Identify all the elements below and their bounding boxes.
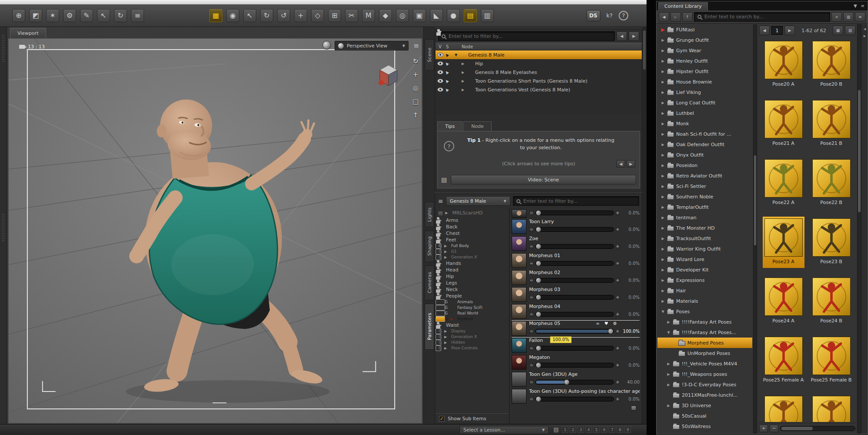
pose-item[interactable]: Pose21 A (763, 98, 804, 150)
scrollbar-thumb[interactable] (643, 30, 646, 70)
content-search-input[interactable]: Enter text to search by... (694, 12, 830, 22)
expand-arrow-icon[interactable] (438, 323, 442, 327)
visibility-eye-icon[interactable] (437, 61, 443, 66)
expand-arrow-icon[interactable] (661, 49, 665, 53)
chevron-down-icon[interactable]: ▼ (854, 3, 857, 8)
increment-button[interactable] (615, 244, 620, 249)
slider-knob[interactable] (536, 244, 541, 249)
parameter-group-row[interactable]: Legs (436, 280, 441, 286)
pane-menu-icon[interactable]: ≡ (861, 3, 865, 8)
next-page-button[interactable]: ▶ (784, 26, 795, 35)
library-folder-row[interactable]: 2011XMasFree-lunchl... (657, 390, 752, 400)
parameter-group-row[interactable]: People (436, 293, 441, 299)
library-folder-row[interactable]: Warrior King Outfit (657, 244, 752, 254)
pose-item[interactable]: Pose23 A (763, 217, 804, 268)
decrement-button[interactable] (529, 397, 534, 402)
pane-menu-icon[interactable]: ≡ (438, 197, 443, 204)
page-number-button[interactable]: 1 (562, 426, 568, 433)
pose-item[interactable]: Pose20 B (811, 39, 852, 90)
selection-cursor-icon[interactable] (445, 70, 450, 74)
decrement-button[interactable] (529, 295, 534, 300)
scene-node-row[interactable]: Genesis 8 Male Eyelashes (436, 68, 642, 77)
parameter-slider-row[interactable]: Fallon 0.0% (512, 338, 640, 354)
library-folder-row[interactable]: Grunge Outfit (657, 35, 752, 45)
increment-button[interactable] (615, 397, 620, 402)
library-folder-row[interactable]: Long Coat Outfit (657, 97, 752, 108)
new-content-icon[interactable]: ⊕ (12, 9, 25, 22)
list-view-button[interactable]: ▥ (845, 26, 855, 35)
filter-next-button[interactable]: ▶ (629, 31, 639, 41)
parameter-group-row[interactable]: Chest (436, 230, 441, 237)
parameter-group-row[interactable]: Pose Controls (436, 345, 441, 351)
slider-track[interactable] (535, 363, 614, 368)
pane-menu-icon[interactable]: ≡ (631, 404, 637, 412)
library-folder-row[interactable]: TemplarOutfit (657, 202, 752, 212)
page-number-button[interactable]: 4 (585, 426, 592, 433)
library-folder-row[interactable]: Henley Outfit (657, 56, 752, 66)
slider-knob[interactable] (536, 396, 541, 402)
scene-filter-input[interactable]: Enter text to filter by... (438, 31, 615, 41)
increment-button[interactable] (615, 211, 620, 215)
expand-arrow-icon[interactable] (661, 122, 665, 126)
pose-thumbnail[interactable] (764, 278, 803, 316)
pose-item[interactable]: Pose25 Female A (763, 335, 804, 386)
decrement-button[interactable] (529, 211, 534, 215)
expand-arrow-icon[interactable] (667, 331, 670, 335)
expand-arrow-icon[interactable] (661, 143, 665, 147)
increment-button[interactable] (615, 329, 620, 334)
decrement-button[interactable] (529, 346, 534, 351)
rotate-select-icon[interactable]: ↻ (114, 9, 127, 22)
spot-render-icon[interactable]: ✎ (80, 9, 93, 22)
viewport-tab[interactable]: Viewport (10, 28, 46, 38)
expand-arrow-icon[interactable] (461, 62, 465, 66)
parameter-group-row[interactable]: MRLScarsHD (436, 209, 441, 217)
tips-tab[interactable]: Tips (437, 121, 462, 131)
increment-button[interactable] (615, 363, 620, 368)
orbit-icon[interactable]: ◉ (226, 9, 239, 22)
library-folder-row[interactable]: House Brownie (657, 77, 752, 87)
page-number-button[interactable]: 7 (609, 426, 615, 433)
expand-arrow-icon[interactable] (661, 111, 665, 115)
pose-item[interactable] (811, 394, 852, 422)
selection-cursor-icon[interactable] (445, 53, 450, 57)
scale-icon[interactable]: ◇ (311, 9, 324, 22)
parameter-group-row[interactable]: Arms (436, 217, 441, 224)
orbit-nav-icon[interactable]: ↻ (411, 57, 420, 66)
expand-arrow-icon[interactable] (438, 274, 442, 278)
library-folder-row[interactable]: Developer Kit (657, 264, 752, 275)
library-folder-row[interactable]: !!!_Vehicle Poses M4V4 (657, 358, 752, 369)
slider-knob[interactable] (608, 328, 613, 334)
slider-track[interactable] (535, 227, 614, 232)
library-folder-row[interactable]: 3D Universe (657, 400, 752, 411)
visibility-eye-icon[interactable] (437, 79, 443, 83)
pose-thumbnail[interactable] (812, 396, 851, 422)
parameter-slider-row[interactable]: Morpheus 03 0.0% (512, 287, 640, 303)
pose-item[interactable]: Pose21 B (811, 98, 852, 150)
library-folder-row[interactable]: Monk (657, 118, 752, 129)
expand-arrow-icon[interactable] (661, 38, 665, 42)
increment-button[interactable] (615, 295, 620, 300)
grid-view-button[interactable]: ▦ (833, 26, 843, 35)
library-folder-row[interactable]: Morphed Poses (657, 338, 752, 348)
parameter-group-row[interactable]: Stylized (436, 316, 445, 322)
filter-prev-button[interactable]: ◀ (617, 31, 627, 41)
library-folder-row[interactable]: Lief Viking (657, 87, 752, 97)
library-folder-row[interactable]: Oak Defender Outfit (657, 139, 752, 150)
scene-node-row[interactable]: Genesis 8 Male (436, 50, 642, 59)
library-folder-row[interactable]: !!!!Fantasy Art Poses (657, 317, 752, 327)
pose-thumbnail[interactable] (812, 278, 851, 316)
back-button[interactable]: ◀ (659, 12, 669, 22)
expand-arrow-icon[interactable] (661, 153, 665, 157)
library-menu-button[interactable]: ≡ (855, 12, 865, 22)
pose-thumbnail[interactable] (764, 159, 803, 197)
pose-item[interactable]: Pose24 A (763, 276, 804, 327)
expand-arrow-icon[interactable] (461, 70, 465, 74)
measure-icon[interactable]: M (362, 9, 375, 22)
expand-arrow-icon[interactable] (661, 289, 665, 293)
expand-arrow-icon[interactable] (454, 53, 458, 57)
expand-arrow-icon[interactable] (438, 281, 442, 285)
scene-node-row[interactable]: Toon Generations Vest (Genesis 8 Male) (436, 85, 642, 94)
parameter-slider-row[interactable]: Morpheus 02 0.0% (512, 270, 640, 286)
perspective-tool-icon[interactable]: ◣ (430, 9, 443, 22)
expand-arrow-icon[interactable] (461, 79, 465, 83)
